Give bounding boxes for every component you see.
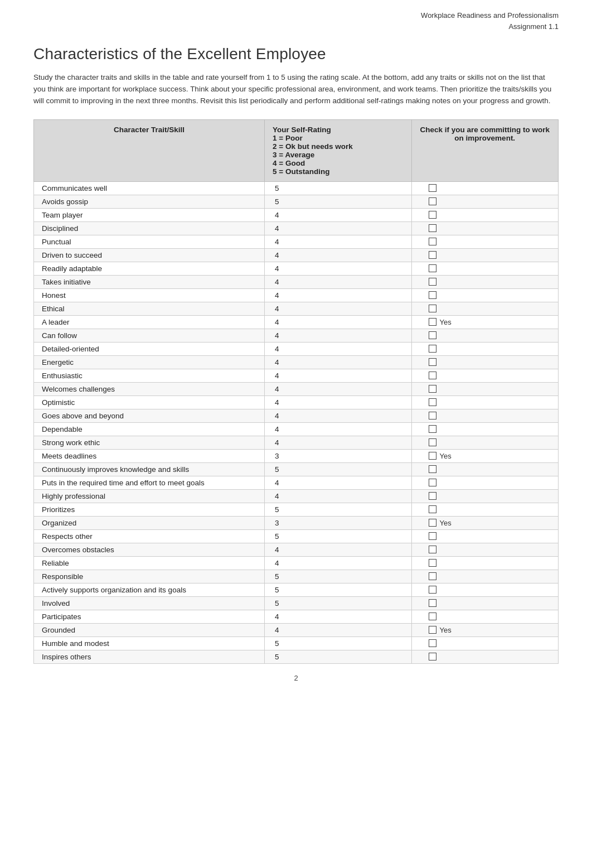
- rating-cell: 4: [265, 288, 411, 302]
- commit-checkbox[interactable]: [429, 586, 436, 594]
- rating-cell: 4: [265, 235, 411, 248]
- table-row: Communicates well5: [34, 181, 559, 195]
- commit-checkbox[interactable]: [429, 291, 436, 299]
- table-row: Responsible5: [34, 570, 559, 583]
- commit-checkbox[interactable]: [429, 398, 436, 406]
- commit-checkbox[interactable]: [429, 318, 436, 326]
- trait-cell: Detailed-oriented: [34, 342, 265, 355]
- document-header: Workplace Readiness and Professionalism …: [0, 0, 592, 35]
- commit-checkbox[interactable]: [429, 465, 436, 473]
- table-row: Inspires others5: [34, 650, 559, 663]
- commit-checkbox[interactable]: [429, 479, 436, 486]
- rating-cell: 4: [265, 436, 411, 449]
- commit-checkbox[interactable]: [429, 372, 436, 379]
- trait-cell: Welcomes challenges: [34, 382, 265, 396]
- commit-cell: [411, 369, 559, 382]
- rating-cell: 5: [265, 529, 411, 543]
- commit-checkbox[interactable]: [429, 438, 436, 446]
- trait-cell: Overcomes obstacles: [34, 543, 265, 556]
- trait-cell: Can follow: [34, 329, 265, 342]
- commit-checkbox[interactable]: [429, 238, 436, 245]
- table-row: Overcomes obstacles4: [34, 543, 559, 556]
- page-title: Characteristics of the Excellent Employe…: [33, 45, 559, 63]
- table-row: Punctual4: [34, 235, 559, 248]
- table-row: Respects other5: [34, 529, 559, 543]
- commit-checkbox[interactable]: [429, 532, 436, 540]
- commit-checkbox[interactable]: [429, 358, 436, 366]
- commit-checkbox[interactable]: [429, 331, 436, 339]
- rating-cell: 4: [265, 409, 411, 422]
- commit-cell: [411, 208, 559, 221]
- commit-cell: [411, 235, 559, 248]
- trait-cell: Highly professional: [34, 489, 265, 503]
- table-row: Energetic4: [34, 355, 559, 369]
- commit-cell: [411, 262, 559, 275]
- commit-cell: [411, 382, 559, 396]
- rating-cell: 4: [265, 221, 411, 235]
- commit-checkbox[interactable]: [429, 345, 436, 353]
- commit-cell: [411, 650, 559, 663]
- commit-checkbox[interactable]: [429, 653, 436, 660]
- rating-cell: 4: [265, 315, 411, 329]
- trait-cell: Honest: [34, 288, 265, 302]
- rating-cell: 4: [265, 262, 411, 275]
- trait-cell: Inspires others: [34, 650, 265, 663]
- table-row: Avoids gossip5: [34, 195, 559, 208]
- commit-checkbox[interactable]: [429, 412, 436, 419]
- trait-cell: A leader: [34, 315, 265, 329]
- table-row: Strong work ethic4: [34, 436, 559, 449]
- commit-cell: [411, 248, 559, 262]
- rating-cell: 5: [265, 462, 411, 476]
- header-line1: Workplace Readiness and Professionalism: [33, 10, 559, 21]
- trait-cell: Organized: [34, 516, 265, 529]
- commit-checkbox[interactable]: [429, 224, 436, 232]
- commit-checkbox[interactable]: [429, 639, 436, 647]
- trait-cell: Actively supports organization and its g…: [34, 583, 265, 596]
- commit-cell: [411, 436, 559, 449]
- commit-checkbox[interactable]: [429, 305, 436, 312]
- commit-checkbox[interactable]: [429, 626, 436, 634]
- commit-checkbox[interactable]: [429, 452, 436, 460]
- trait-cell: Team player: [34, 208, 265, 221]
- commit-checkbox[interactable]: [429, 492, 436, 500]
- table-row: Driven to succeed4: [34, 248, 559, 262]
- table-row: A leader4Yes: [34, 315, 559, 329]
- rating-header-line4: 3 = Average: [273, 151, 403, 159]
- trait-cell: Humble and modest: [34, 636, 265, 650]
- commit-checkbox[interactable]: [429, 197, 436, 205]
- table-row: Actively supports organization and its g…: [34, 583, 559, 596]
- commit-checkbox[interactable]: [429, 613, 436, 620]
- table-row: Optimistic4: [34, 396, 559, 409]
- trait-cell: Optimistic: [34, 396, 265, 409]
- rating-cell: 4: [265, 489, 411, 503]
- commit-checkbox[interactable]: [429, 251, 436, 259]
- commit-cell: [411, 489, 559, 503]
- trait-cell: Responsible: [34, 570, 265, 583]
- rating-header-line5: 4 = Good: [273, 159, 403, 167]
- commit-checkbox[interactable]: [429, 559, 436, 567]
- trait-cell: Ethical: [34, 302, 265, 315]
- trait-cell: Puts in the required time and effort to …: [34, 476, 265, 489]
- table-row: Reliable4: [34, 556, 559, 570]
- commit-checkbox[interactable]: [429, 385, 436, 393]
- yes-label: Yes: [440, 519, 452, 527]
- commit-checkbox[interactable]: [429, 211, 436, 219]
- commit-checkbox[interactable]: [429, 278, 436, 286]
- commit-checkbox[interactable]: [429, 572, 436, 580]
- commit-checkbox[interactable]: [429, 264, 436, 272]
- commit-checkbox[interactable]: [429, 425, 436, 433]
- trait-cell: Driven to succeed: [34, 248, 265, 262]
- table-row: Participates4: [34, 610, 559, 623]
- commit-checkbox[interactable]: [429, 184, 436, 192]
- commit-checkbox[interactable]: [429, 599, 436, 607]
- yes-label: Yes: [440, 626, 452, 634]
- commit-cell: [411, 355, 559, 369]
- commit-cell: [411, 181, 559, 195]
- trait-cell: Disciplined: [34, 221, 265, 235]
- commit-checkbox[interactable]: [429, 519, 436, 527]
- commit-checkbox[interactable]: [429, 505, 436, 513]
- trait-cell: Takes initiative: [34, 275, 265, 288]
- trait-cell: Avoids gossip: [34, 195, 265, 208]
- commit-checkbox[interactable]: [429, 546, 436, 553]
- rating-cell: 5: [265, 650, 411, 663]
